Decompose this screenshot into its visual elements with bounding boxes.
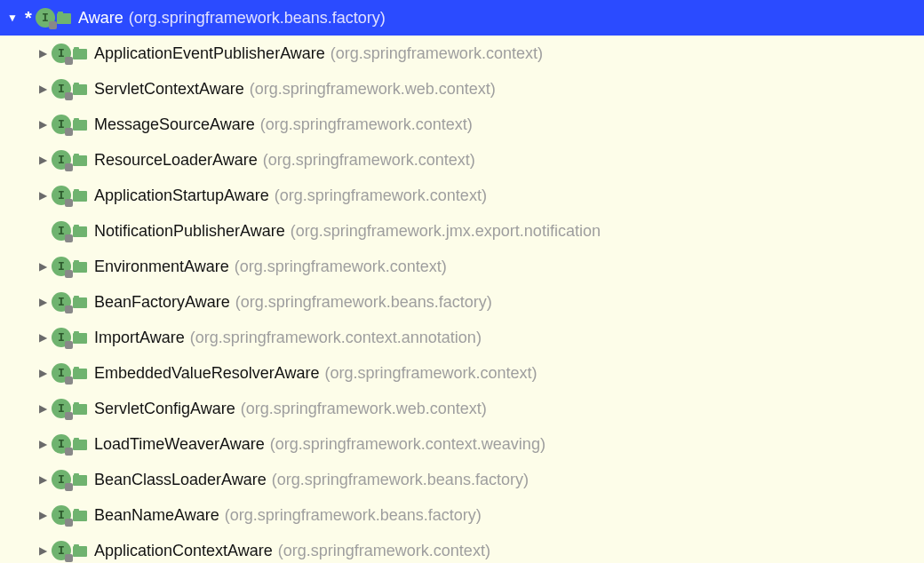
expand-arrow-icon[interactable]: ▶ (34, 296, 52, 308)
tree-row[interactable]: ▶IServletConfigAware(org.springframework… (0, 391, 924, 426)
package-icon (73, 544, 87, 557)
package-name: (org.springframework.context) (331, 44, 543, 63)
expand-arrow-icon[interactable]: ▶ (34, 544, 52, 557)
tree-row[interactable]: ▶IApplicationEventPublisherAware(org.spr… (0, 36, 924, 71)
tree-row[interactable]: ▶IResourceLoaderAware(org.springframewor… (0, 142, 924, 178)
interface-icon: I (52, 399, 71, 418)
tree-row[interactable]: ▶IEnvironmentAware(org.springframework.c… (0, 249, 924, 284)
interface-icon: I (52, 541, 71, 560)
interface-icon: I (52, 150, 71, 170)
type-icons: I (36, 8, 71, 28)
type-icons: I (52, 292, 87, 312)
expand-arrow-icon[interactable]: ▶ (34, 509, 52, 521)
expand-arrow-icon[interactable]: ▶ (34, 83, 52, 95)
type-name: NotificationPublisherAware (94, 222, 285, 241)
type-icons: I (52, 44, 87, 63)
expand-arrow-icon[interactable]: ▶ (34, 47, 52, 59)
expand-arrow-icon[interactable]: ▶ (34, 189, 52, 202)
tree-row-label: ResourceLoaderAware(org.springframework.… (94, 151, 475, 170)
package-icon (73, 402, 87, 415)
package-name: (org.springframework.web.context) (241, 400, 487, 418)
interface-icon: I (52, 186, 71, 205)
type-icons: I (52, 221, 87, 241)
tree-row[interactable]: ▶IBeanClassLoaderAware(org.springframewo… (0, 462, 924, 497)
tree-root-row[interactable]: ▼ * I Aware (org.springframework.beans.f… (0, 0, 924, 36)
interface-icon: I (52, 221, 71, 241)
hierarchy-tree: ▼ * I Aware (org.springframework.beans.f… (0, 0, 924, 563)
tree-row-label: ApplicationEventPublisherAware(org.sprin… (94, 44, 543, 63)
type-name: ApplicationStartupAware (94, 186, 269, 205)
package-icon (73, 118, 87, 131)
type-icons: I (52, 79, 87, 99)
tree-row[interactable]: ▶INotificationPublisherAware(org.springf… (0, 213, 924, 249)
tree-row[interactable]: ▶IBeanNameAware(org.springframework.bean… (0, 497, 924, 533)
tree-row[interactable]: ▶IEmbeddedValueResolverAware(org.springf… (0, 355, 924, 391)
type-icons: I (52, 541, 87, 560)
package-name: (org.springframework.beans.factory) (129, 9, 386, 28)
type-icons: I (52, 399, 87, 418)
tree-row[interactable]: ▶IApplicationContextAware(org.springfram… (0, 533, 924, 563)
tree-row-label: BeanFactoryAware(org.springframework.bea… (94, 293, 492, 312)
tree-row[interactable]: ▶IServletContextAware(org.springframewor… (0, 71, 924, 107)
package-name: (org.springframework.context) (278, 542, 490, 560)
type-icons: I (52, 363, 87, 383)
interface-icon: I (52, 470, 71, 489)
type-name: ServletContextAware (94, 80, 244, 99)
tree-row[interactable]: ▶IMessageSourceAware(org.springframework… (0, 107, 924, 142)
package-icon (73, 260, 87, 273)
package-name: (org.springframework.beans.factory) (235, 293, 492, 312)
type-name: Aware (78, 9, 123, 28)
package-icon (73, 367, 87, 379)
package-icon (73, 509, 87, 521)
tree-row-label: NotificationPublisherAware(org.springfra… (94, 222, 601, 241)
type-name: MessageSourceAware (94, 115, 255, 134)
interface-icon: I (36, 8, 55, 28)
type-name: BeanClassLoaderAware (94, 471, 267, 489)
interface-icon: I (52, 328, 71, 347)
package-name: (org.springframework.context) (263, 151, 475, 170)
package-icon (73, 189, 87, 202)
type-name: LoadTimeWeaverAware (94, 435, 265, 454)
tree-row[interactable]: ▶IImportAware(org.springframework.contex… (0, 320, 924, 355)
tree-row[interactable]: ▶IApplicationStartupAware(org.springfram… (0, 178, 924, 213)
expand-arrow-icon[interactable]: ▶ (34, 118, 52, 131)
type-icons: I (52, 505, 87, 525)
expand-arrow-icon[interactable]: ▼ (4, 12, 21, 24)
tree-children: ▶IApplicationEventPublisherAware(org.spr… (0, 36, 924, 563)
expand-arrow-icon[interactable]: ▶ (34, 367, 52, 379)
type-name: ApplicationEventPublisherAware (94, 44, 325, 63)
package-name: (org.springframework.beans.factory) (225, 506, 482, 525)
tree-row-label: ApplicationStartupAware(org.springframew… (94, 186, 487, 205)
tree-row[interactable]: ▶IBeanFactoryAware(org.springframework.b… (0, 284, 924, 320)
type-icons: I (52, 115, 87, 134)
type-name: ServletConfigAware (94, 400, 235, 418)
type-name: EmbeddedValueResolverAware (94, 364, 320, 383)
package-name: (org.springframework.context.annotation) (190, 329, 482, 347)
tree-row-label: BeanNameAware(org.springframework.beans.… (94, 506, 482, 525)
tree-row-label: EnvironmentAware(org.springframework.con… (94, 258, 447, 276)
expand-arrow-icon[interactable]: ▶ (34, 331, 52, 344)
package-name: (org.springframework.context) (260, 115, 473, 134)
package-icon (57, 12, 71, 24)
package-name: (org.springframework.jmx.export.notifica… (291, 222, 601, 241)
expand-arrow-icon[interactable]: ▶ (34, 154, 52, 166)
type-icons: I (52, 186, 87, 205)
tree-row-label: Aware (org.springframework.beans.factory… (78, 9, 386, 28)
package-name: (org.springframework.context) (235, 258, 447, 276)
package-icon (73, 473, 87, 486)
interface-icon: I (52, 434, 71, 454)
package-icon (73, 331, 87, 344)
tree-row-label: ApplicationContextAware(org.springframew… (94, 542, 490, 560)
tree-row-label: MessageSourceAware(org.springframework.c… (94, 115, 473, 134)
package-icon (73, 83, 87, 95)
tree-row-label: BeanClassLoaderAware(org.springframework… (94, 471, 529, 489)
package-name: (org.springframework.context) (275, 186, 487, 205)
expand-arrow-icon[interactable]: ▶ (34, 473, 52, 486)
expand-arrow-icon[interactable]: ▶ (34, 438, 52, 450)
tree-row-label: ImportAware(org.springframework.context.… (94, 329, 482, 347)
expand-arrow-icon[interactable]: ▶ (34, 260, 52, 273)
type-icons: I (52, 150, 87, 170)
expand-arrow-icon[interactable]: ▶ (34, 402, 52, 415)
type-name: BeanFactoryAware (94, 293, 230, 312)
tree-row[interactable]: ▶ILoadTimeWeaverAware(org.springframewor… (0, 426, 924, 462)
